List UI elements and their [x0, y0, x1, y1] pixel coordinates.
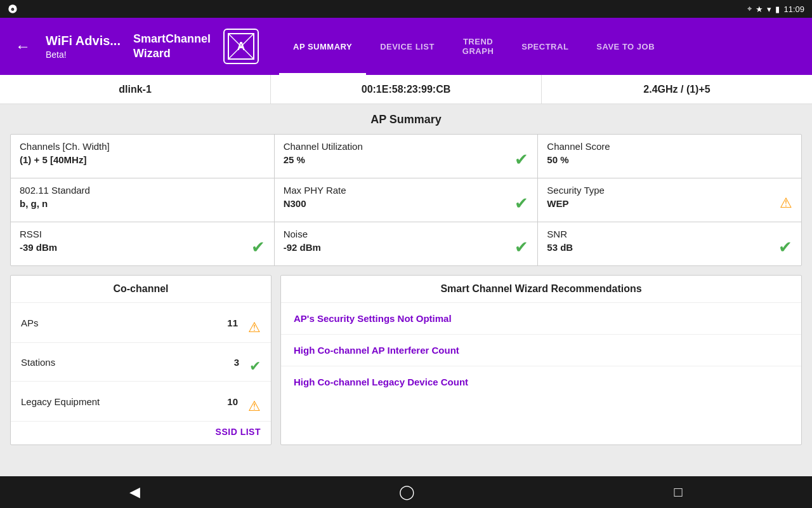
app-title: WiFi Advis... Beta! [46, 32, 121, 60]
snr-header: SNR [547, 229, 573, 239]
app-name-label: WiFi Advis... [46, 32, 121, 49]
tab-device-list[interactable]: DEVICE LIST [366, 18, 449, 75]
ap-band: 2.4GHz / (1)+5 [542, 75, 812, 104]
rec-item-co-channel-ap[interactable]: High Co-channel AP Interferer Count [281, 335, 801, 366]
rssi-check-icon: ✔ [251, 237, 265, 257]
tab-spectral[interactable]: SPECTRAL [508, 18, 582, 75]
icon-svg: A [227, 32, 255, 60]
tab-trend-graph[interactable]: TRENDGRAPH [449, 18, 508, 75]
rec-item-co-channel-legacy[interactable]: High Co-channel Legacy Device Count [281, 366, 801, 398]
table-row: Channels [Ch. Width] (1) + 5 [40MHz] Cha… [11, 135, 801, 178]
stations-label: Stations [21, 357, 234, 368]
home-nav-button[interactable]: ◯ [384, 479, 430, 505]
channels-cell: Channels [Ch. Width] (1) + 5 [40MHz] [11, 135, 275, 178]
noise-check-icon: ✔ [514, 237, 528, 257]
co-channel-title: Co-channel [11, 276, 271, 303]
channels-value: (1) + 5 [40MHz] [20, 154, 265, 165]
legacy-label: Legacy Equipment [21, 396, 227, 407]
svg-text:☻: ☻ [10, 6, 15, 12]
channel-util-cell: Channel Utilization 25 % ✔ [275, 135, 539, 178]
back-button[interactable]: ← [10, 32, 36, 60]
snr-value: 53 dB [547, 242, 573, 253]
bottom-nav: ◀ ◯ □ [0, 476, 812, 508]
max-phy-cell: Max PHY Rate N300 ✔ [275, 178, 539, 222]
stations-check-icon: ✔ [249, 358, 261, 375]
noise-value: -92 dBm [284, 242, 321, 253]
ssid-list-label[interactable]: SSID LIST [216, 427, 261, 437]
channel-score-header: Channel Score [547, 141, 792, 152]
channel-util-check-icon: ✔ [514, 150, 528, 170]
rssi-header: RSSI [20, 229, 57, 239]
wifi-icon: ▾ [767, 4, 771, 14]
toolbar: ← WiFi Advis... Beta! SmartChannelWizard… [0, 18, 812, 75]
aps-warn-icon: ⚠ [248, 319, 261, 336]
co-channel-panel: Co-channel APs 11 ⚠ Stations 3 ✔ Legacy … [10, 275, 272, 445]
legacy-value: 10 [227, 396, 238, 407]
bluetooth-icon: ⌖ [747, 4, 752, 14]
beta-label: Beta! [46, 49, 121, 60]
rec-item-security[interactable]: AP's Security Settings Not Optimal [281, 303, 801, 335]
snr-cell: SNR 53 dB ✔ [538, 222, 801, 265]
table-row: 802.11 Standard b, g, n Max PHY Rate N30… [11, 178, 801, 222]
noise-header: Noise [284, 229, 321, 239]
co-channel-aps-row: APs 11 ⚠ [11, 303, 271, 343]
svg-text:A: A [237, 40, 246, 53]
android-icon: ☻ [8, 4, 18, 14]
aps-label: APs [21, 318, 227, 328]
co-channel-stations-row: Stations 3 ✔ [11, 343, 271, 382]
recommendations-panel: Smart Channel Wizard Recommendations AP'… [280, 275, 802, 445]
rssi-value: -39 dBm [20, 242, 57, 253]
ap-info-bar: dlink-1 00:1E:58:23:99:CB 2.4GHz / (1)+5 [0, 75, 812, 104]
security-type-header: Security Type [547, 185, 605, 196]
max-phy-header: Max PHY Rate [284, 185, 346, 196]
rssi-cell: RSSI -39 dBm ✔ [11, 222, 275, 265]
noise-cell: Noise -92 dBm ✔ [275, 222, 539, 265]
recents-nav-button[interactable]: □ [659, 479, 698, 505]
status-bar-right: ⌖ ★ ▾ ▮ 11:09 [747, 4, 804, 14]
time-display: 11:09 [783, 4, 804, 14]
ap-summary-table: Channels [Ch. Width] (1) + 5 [40MHz] Cha… [10, 134, 802, 266]
max-phy-value: N300 [284, 198, 346, 209]
battery-icon: ▮ [775, 4, 780, 14]
ssid-list-button[interactable]: SSID LIST [11, 422, 271, 444]
bottom-section: Co-channel APs 11 ⚠ Stations 3 ✔ Legacy … [10, 275, 802, 445]
tab-ap-summary[interactable]: AP SUMMARY [279, 18, 366, 75]
ap-mac: 00:1E:58:23:99:CB [271, 75, 542, 104]
legacy-warn-icon: ⚠ [248, 398, 261, 415]
aps-value: 11 [227, 318, 238, 328]
max-phy-check-icon: ✔ [514, 194, 528, 213]
back-nav-button[interactable]: ◀ [114, 479, 155, 505]
smartchannel-label: SmartChannelWizard [133, 32, 211, 62]
nav-tabs: AP SUMMARY DEVICE LIST TRENDGRAPH SPECTR… [279, 18, 669, 75]
security-type-value: WEP [547, 198, 605, 209]
table-row: RSSI -39 dBm ✔ Noise -92 dBm ✔ SNR 53 dB… [11, 222, 801, 265]
channel-score-value: 50 % [547, 154, 792, 165]
recommendations-title: Smart Channel Wizard Recommendations [281, 276, 801, 303]
main-content: AP Summary Channels [Ch. Width] (1) + 5 … [0, 104, 812, 476]
co-channel-legacy-row: Legacy Equipment 10 ⚠ [11, 382, 271, 422]
stations-value: 3 [234, 357, 239, 368]
ap-summary-title: AP Summary [10, 113, 802, 126]
snr-check-icon: ✔ [778, 237, 792, 257]
status-bar-left: ☻ [8, 4, 18, 14]
channel-util-header: Channel Utilization [284, 141, 363, 152]
security-type-warn-icon: ⚠ [780, 195, 792, 211]
app-icon: A [223, 29, 259, 64]
channel-util-value: 25 % [284, 154, 363, 165]
ap-ssid: dlink-1 [0, 75, 271, 104]
channel-score-cell: Channel Score 50 % [538, 135, 801, 178]
tab-save-to-job[interactable]: SAVE TO JOB [582, 18, 669, 75]
standard-cell: 802.11 Standard b, g, n [11, 178, 275, 222]
star-icon: ★ [756, 4, 763, 14]
standard-value: b, g, n [20, 198, 265, 209]
status-bar: ☻ ⌖ ★ ▾ ▮ 11:09 [0, 0, 812, 18]
channels-header: Channels [Ch. Width] [20, 141, 265, 152]
security-type-cell: Security Type WEP ⚠ [538, 178, 801, 222]
standard-header: 802.11 Standard [20, 185, 265, 196]
